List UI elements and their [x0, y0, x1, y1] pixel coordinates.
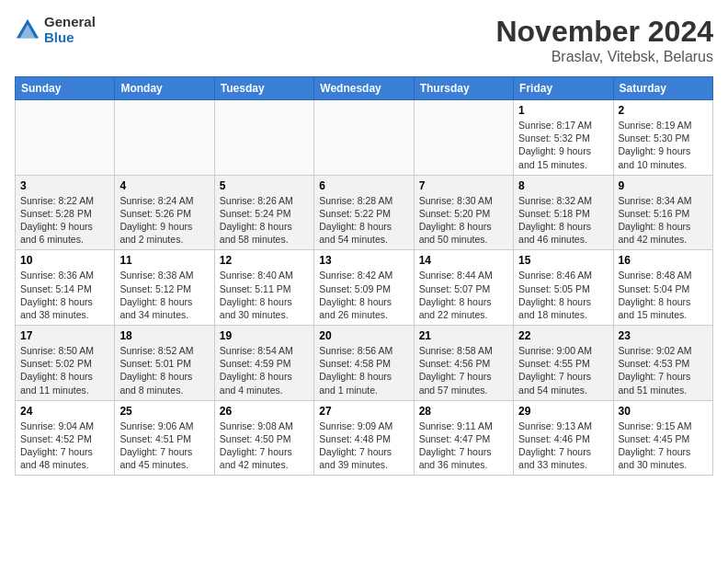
- calendar-cell: 28Sunrise: 9:11 AM Sunset: 4:47 PM Dayli…: [414, 400, 513, 476]
- day-number: 7: [419, 179, 508, 192]
- week-row-1: 1Sunrise: 8:17 AM Sunset: 5:32 PM Daylig…: [16, 100, 713, 176]
- calendar-cell: 23Sunrise: 9:02 AM Sunset: 4:53 PM Dayli…: [613, 326, 712, 401]
- day-info: Sunrise: 8:44 AM Sunset: 5:07 PM Dayligh…: [419, 269, 508, 321]
- day-number: 19: [220, 329, 309, 342]
- calendar-cell: 24Sunrise: 9:04 AM Sunset: 4:52 PM Dayli…: [16, 400, 115, 476]
- day-info: Sunrise: 9:04 AM Sunset: 4:52 PM Dayligh…: [20, 419, 109, 472]
- logo-icon: [15, 17, 40, 43]
- calendar-cell: [214, 100, 313, 176]
- day-number: 4: [119, 179, 209, 192]
- day-info: Sunrise: 8:50 AM Sunset: 5:02 PM Dayligh…: [20, 344, 109, 396]
- day-number: 21: [419, 329, 508, 342]
- col-header-thursday: Thursday: [414, 77, 513, 100]
- day-info: Sunrise: 9:15 AM Sunset: 4:45 PM Dayligh…: [619, 419, 708, 472]
- day-number: 3: [20, 179, 109, 192]
- calendar-cell: 30Sunrise: 9:15 AM Sunset: 4:45 PM Dayli…: [613, 400, 712, 476]
- calendar-cell: 20Sunrise: 8:56 AM Sunset: 4:58 PM Dayli…: [314, 326, 414, 401]
- day-info: Sunrise: 8:40 AM Sunset: 5:11 PM Dayligh…: [220, 269, 309, 321]
- day-number: 10: [20, 254, 109, 267]
- day-info: Sunrise: 9:00 AM Sunset: 4:55 PM Dayligh…: [518, 344, 608, 396]
- calendar-cell: 5Sunrise: 8:26 AM Sunset: 5:24 PM Daylig…: [214, 175, 313, 250]
- day-number: 8: [518, 179, 608, 192]
- location-subtitle: Braslav, Vitebsk, Belarus: [495, 49, 713, 65]
- day-info: Sunrise: 8:24 AM Sunset: 5:26 PM Dayligh…: [119, 194, 209, 247]
- calendar-cell: 9Sunrise: 8:34 AM Sunset: 5:16 PM Daylig…: [613, 175, 712, 250]
- month-title: November 2024: [495, 15, 713, 49]
- day-number: 28: [419, 405, 508, 418]
- day-info: Sunrise: 8:46 AM Sunset: 5:05 PM Dayligh…: [518, 269, 608, 321]
- col-header-tuesday: Tuesday: [214, 77, 313, 100]
- calendar-cell: 4Sunrise: 8:24 AM Sunset: 5:26 PM Daylig…: [115, 175, 214, 250]
- logo-text: General Blue: [44, 15, 96, 45]
- calendar-cell: 7Sunrise: 8:30 AM Sunset: 5:20 PM Daylig…: [414, 175, 513, 250]
- logo-blue-text: Blue: [44, 30, 96, 46]
- week-row-2: 3Sunrise: 8:22 AM Sunset: 5:28 PM Daylig…: [16, 175, 713, 250]
- day-info: Sunrise: 8:26 AM Sunset: 5:24 PM Dayligh…: [220, 194, 309, 247]
- calendar-cell: 3Sunrise: 8:22 AM Sunset: 5:28 PM Daylig…: [16, 175, 115, 250]
- day-info: Sunrise: 9:13 AM Sunset: 4:46 PM Dayligh…: [518, 419, 608, 472]
- calendar-cell: 21Sunrise: 8:58 AM Sunset: 4:56 PM Dayli…: [414, 326, 513, 401]
- day-info: Sunrise: 8:58 AM Sunset: 4:56 PM Dayligh…: [419, 344, 508, 396]
- day-info: Sunrise: 8:42 AM Sunset: 5:09 PM Dayligh…: [319, 269, 408, 321]
- calendar-cell: [414, 100, 513, 176]
- week-row-4: 17Sunrise: 8:50 AM Sunset: 5:02 PM Dayli…: [16, 326, 713, 401]
- calendar-cell: 11Sunrise: 8:38 AM Sunset: 5:12 PM Dayli…: [115, 250, 214, 326]
- day-number: 23: [619, 329, 708, 342]
- day-number: 26: [220, 405, 309, 418]
- day-number: 13: [319, 254, 408, 267]
- day-info: Sunrise: 9:09 AM Sunset: 4:48 PM Dayligh…: [319, 419, 408, 472]
- day-info: Sunrise: 8:48 AM Sunset: 5:04 PM Dayligh…: [619, 269, 708, 321]
- day-number: 18: [119, 329, 209, 342]
- day-number: 20: [319, 329, 408, 342]
- calendar: SundayMondayTuesdayWednesdayThursdayFrid…: [15, 76, 713, 476]
- day-number: 27: [319, 405, 408, 418]
- day-number: 2: [619, 104, 708, 117]
- day-number: 24: [20, 405, 109, 418]
- day-number: 9: [619, 179, 708, 192]
- day-info: Sunrise: 8:38 AM Sunset: 5:12 PM Dayligh…: [119, 269, 209, 321]
- calendar-cell: 13Sunrise: 8:42 AM Sunset: 5:09 PM Dayli…: [314, 250, 414, 326]
- col-header-monday: Monday: [115, 77, 214, 100]
- day-info: Sunrise: 8:34 AM Sunset: 5:16 PM Dayligh…: [619, 194, 708, 247]
- calendar-cell: [314, 100, 414, 176]
- day-info: Sunrise: 8:32 AM Sunset: 5:18 PM Dayligh…: [518, 194, 608, 247]
- day-info: Sunrise: 8:17 AM Sunset: 5:32 PM Dayligh…: [518, 119, 608, 171]
- day-info: Sunrise: 8:54 AM Sunset: 4:59 PM Dayligh…: [220, 344, 309, 396]
- calendar-cell: 22Sunrise: 9:00 AM Sunset: 4:55 PM Dayli…: [514, 326, 613, 401]
- day-number: 11: [119, 254, 209, 267]
- day-info: Sunrise: 8:19 AM Sunset: 5:30 PM Dayligh…: [619, 119, 708, 171]
- day-info: Sunrise: 9:08 AM Sunset: 4:50 PM Dayligh…: [220, 419, 309, 472]
- calendar-cell: 1Sunrise: 8:17 AM Sunset: 5:32 PM Daylig…: [514, 100, 613, 176]
- day-number: 14: [419, 254, 508, 267]
- logo: General Blue: [15, 15, 96, 45]
- col-header-sunday: Sunday: [16, 77, 115, 100]
- week-row-5: 24Sunrise: 9:04 AM Sunset: 4:52 PM Dayli…: [16, 400, 713, 476]
- day-info: Sunrise: 9:02 AM Sunset: 4:53 PM Dayligh…: [619, 344, 708, 396]
- day-info: Sunrise: 9:11 AM Sunset: 4:47 PM Dayligh…: [419, 419, 508, 472]
- day-number: 15: [518, 254, 608, 267]
- day-info: Sunrise: 8:30 AM Sunset: 5:20 PM Dayligh…: [419, 194, 508, 247]
- day-info: Sunrise: 9:06 AM Sunset: 4:51 PM Dayligh…: [119, 419, 209, 472]
- calendar-cell: 12Sunrise: 8:40 AM Sunset: 5:11 PM Dayli…: [214, 250, 313, 326]
- calendar-cell: 27Sunrise: 9:09 AM Sunset: 4:48 PM Dayli…: [314, 400, 414, 476]
- header: General Blue November 2024 Braslav, Vite…: [15, 15, 713, 65]
- day-number: 17: [20, 329, 109, 342]
- calendar-cell: 10Sunrise: 8:36 AM Sunset: 5:14 PM Dayli…: [16, 250, 115, 326]
- day-number: 30: [619, 405, 708, 418]
- calendar-cell: 29Sunrise: 9:13 AM Sunset: 4:46 PM Dayli…: [514, 400, 613, 476]
- day-number: 16: [619, 254, 708, 267]
- col-header-wednesday: Wednesday: [314, 77, 414, 100]
- calendar-header-row: SundayMondayTuesdayWednesdayThursdayFrid…: [16, 77, 713, 100]
- day-info: Sunrise: 8:56 AM Sunset: 4:58 PM Dayligh…: [319, 344, 408, 396]
- calendar-cell: 16Sunrise: 8:48 AM Sunset: 5:04 PM Dayli…: [613, 250, 712, 326]
- day-info: Sunrise: 8:36 AM Sunset: 5:14 PM Dayligh…: [20, 269, 109, 321]
- calendar-cell: 25Sunrise: 9:06 AM Sunset: 4:51 PM Dayli…: [115, 400, 214, 476]
- day-number: 29: [518, 405, 608, 418]
- day-number: 1: [518, 104, 608, 117]
- calendar-cell: 6Sunrise: 8:28 AM Sunset: 5:22 PM Daylig…: [314, 175, 414, 250]
- calendar-cell: 19Sunrise: 8:54 AM Sunset: 4:59 PM Dayli…: [214, 326, 313, 401]
- day-info: Sunrise: 8:28 AM Sunset: 5:22 PM Dayligh…: [319, 194, 408, 247]
- calendar-cell: 18Sunrise: 8:52 AM Sunset: 5:01 PM Dayli…: [115, 326, 214, 401]
- day-info: Sunrise: 8:52 AM Sunset: 5:01 PM Dayligh…: [119, 344, 209, 396]
- day-info: Sunrise: 8:22 AM Sunset: 5:28 PM Dayligh…: [20, 194, 109, 247]
